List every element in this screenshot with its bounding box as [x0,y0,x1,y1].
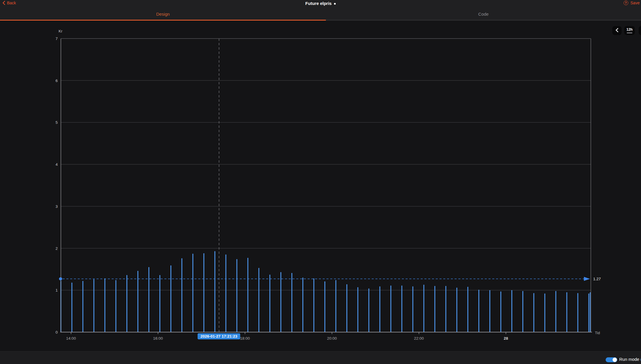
toggle-knob [613,358,617,362]
help-icon[interactable]: ? [624,1,628,5]
design-canvas: 1.2701234567KrTid14:0016:0018:0020:0022:… [0,21,641,351]
run-mode-label: Run mode ( [619,357,641,362]
y-tick-label: 0 [55,330,58,334]
y-tick-label: 2 [55,246,58,251]
reference-value-label: 1.27 [593,277,601,281]
elpris-bar-chart[interactable]: 1.2701234567KrTid14:0016:0018:0020:0022:… [0,21,641,351]
top-bar: Back Future elpris ? Save ( Design Code [0,0,641,21]
x-tick-label: 16:00 [153,336,163,341]
x-tick-label: 22:00 [414,336,424,341]
x-tick-label: 14:00 [66,336,76,341]
save-area: ? Save ( [624,1,641,5]
range-12h-button[interactable]: 12h [624,26,635,35]
x-tick-label: 20:00 [327,336,337,341]
save-button[interactable]: Save ( [631,1,641,5]
range-label: 12h [627,28,633,32]
x-axis-title: Tid [595,331,600,335]
x-tick-label: 28 [504,336,508,341]
y-tick-label: 5 [55,120,58,125]
reference-line-dot [59,277,62,281]
prev-range-button[interactable] [612,26,622,35]
x-tick-label: 18:00 [240,336,250,341]
tab-design[interactable]: Design [0,8,326,21]
y-tick-label: 6 [55,79,58,83]
next-range-button-clipped[interactable] [639,26,641,35]
current-time-tooltip: 2026-01-27 17:21:23 [198,333,240,339]
y-tick-label: 1 [55,288,58,292]
y-axis-title: Kr [59,29,63,33]
range-selected-underline [627,32,632,33]
chevron-left-icon [615,28,619,34]
tab-code[interactable]: Code [326,8,641,21]
page-title: Future elpris [0,1,641,6]
y-tick-label: 3 [55,204,58,209]
y-tick-label: 4 [55,162,58,167]
run-mode-toggle[interactable] [606,357,617,362]
status-bar: Run mode ( [0,351,641,364]
reference-arrowhead [584,277,590,281]
y-tick-label: 7 [55,37,58,41]
unsaved-indicator-dot [334,3,336,5]
